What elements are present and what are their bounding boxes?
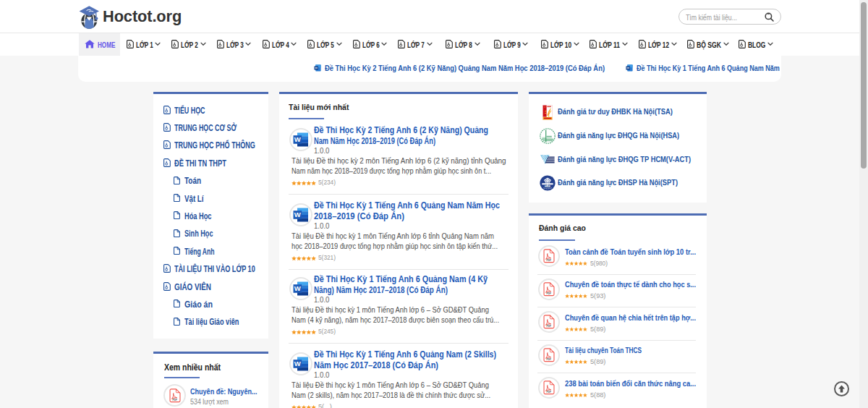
svg-text:W: W <box>294 284 300 292</box>
svg-text:PDF: PDF <box>172 399 176 401</box>
svg-text:W: W <box>294 135 300 143</box>
svg-text:PDF: PDF <box>547 292 551 295</box>
svg-text:W: W <box>294 360 300 367</box>
svg-text:W: W <box>294 211 300 218</box>
svg-text:PDF: PDF <box>547 391 551 394</box>
svg-text:PDF: PDF <box>547 259 551 262</box>
svg-text:HNUE: HNUE <box>545 185 550 188</box>
svg-text:PDF: PDF <box>547 325 551 328</box>
svg-text:PDF: PDF <box>547 358 551 361</box>
